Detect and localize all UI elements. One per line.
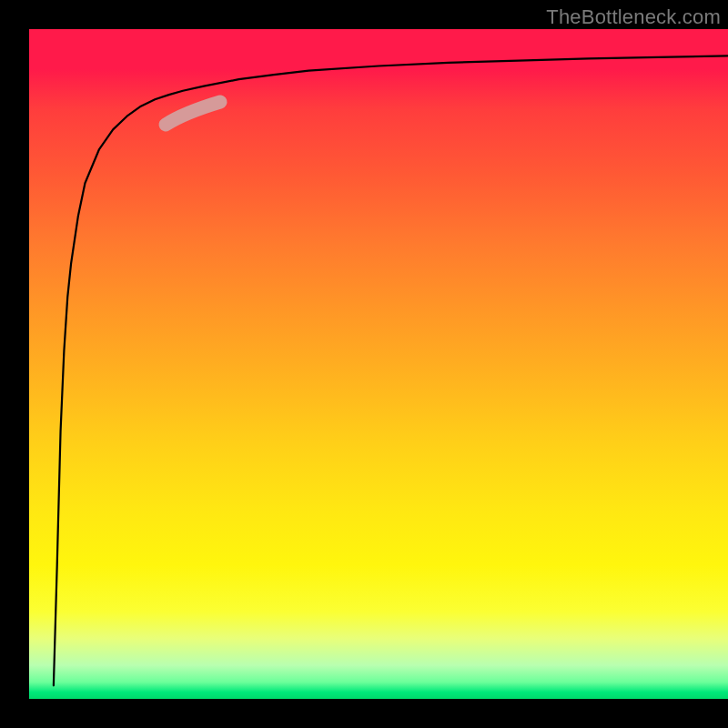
curve-svg (29, 29, 728, 699)
chart-plot-area (29, 29, 728, 699)
highlight-segment (166, 102, 220, 125)
watermark-text: TheBottleneck.com (546, 5, 721, 29)
bottleneck-curve-path (54, 56, 728, 685)
